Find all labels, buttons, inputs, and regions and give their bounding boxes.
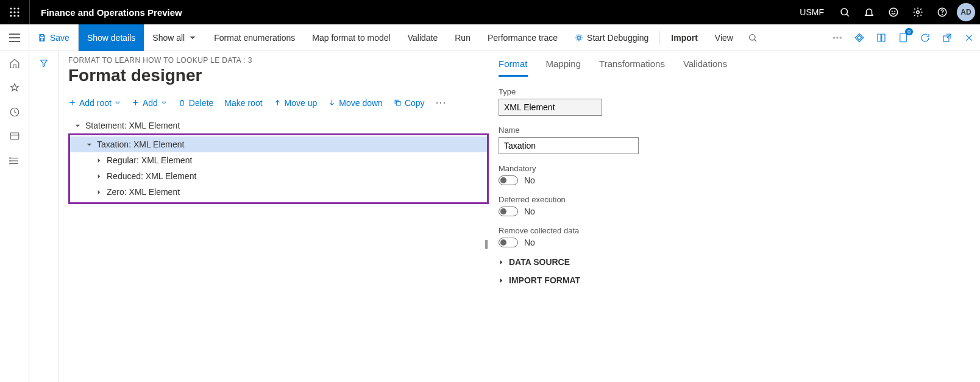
- chevron-down-icon[interactable]: [73, 123, 82, 129]
- more-icon[interactable]: [826, 24, 848, 51]
- recent-icon[interactable]: [0, 100, 29, 124]
- add-root-button[interactable]: Add root: [68, 98, 121, 108]
- format-tree: Statement: XML Element Taxation: XML Ele…: [68, 118, 489, 204]
- data-source-expander[interactable]: DATA SOURCE: [499, 257, 980, 267]
- tree-label: Taxation: XML Element: [97, 140, 184, 149]
- svg-line-10: [847, 14, 849, 16]
- svg-point-8: [17, 15, 19, 16]
- svg-point-3: [10, 11, 12, 13]
- svg-point-4: [13, 11, 15, 13]
- svg-point-26: [837, 37, 838, 38]
- hamburger-icon[interactable]: [0, 24, 29, 51]
- svg-point-0: [10, 7, 12, 9]
- book-icon[interactable]: [870, 24, 892, 51]
- format-enumerations-button[interactable]: Format enumerations: [205, 24, 304, 51]
- company-code[interactable]: USMF: [791, 7, 833, 17]
- validate-button[interactable]: Validate: [399, 24, 447, 51]
- chevron-down-icon[interactable]: [85, 142, 93, 147]
- svg-point-12: [892, 11, 892, 12]
- type-field[interactable]: [499, 99, 602, 116]
- remove-collected-value: No: [524, 238, 535, 247]
- svg-point-22: [578, 36, 581, 39]
- svg-rect-21: [41, 38, 44, 41]
- svg-point-14: [917, 11, 920, 14]
- move-up-button[interactable]: Move up: [274, 98, 318, 108]
- chevron-right-icon[interactable]: [94, 174, 103, 179]
- import-format-expander[interactable]: IMPORT FORMAT: [499, 275, 980, 285]
- gear-icon[interactable]: [906, 0, 930, 24]
- attachments-icon[interactable]: 0: [892, 24, 914, 51]
- save-label: Save: [50, 33, 69, 43]
- tree-row[interactable]: Regular: XML Element: [70, 152, 487, 168]
- svg-point-7: [13, 15, 15, 16]
- svg-rect-28: [900, 34, 907, 42]
- tree-row[interactable]: Zero: XML Element: [70, 184, 487, 200]
- help-icon[interactable]: [930, 0, 954, 24]
- performance-trace-button[interactable]: Performance trace: [479, 24, 566, 51]
- tree-row[interactable]: Statement: XML Element: [68, 118, 489, 133]
- diamond-icon[interactable]: [848, 24, 870, 51]
- filter-icon[interactable]: [29, 51, 59, 76]
- chevron-right-icon[interactable]: [94, 189, 103, 195]
- tree-label: Statement: XML Element: [85, 121, 180, 130]
- move-down-button[interactable]: Move down: [328, 98, 383, 108]
- svg-point-11: [889, 8, 898, 16]
- app-launcher-icon[interactable]: [0, 0, 29, 24]
- copy-button[interactable]: Copy: [394, 98, 425, 108]
- refresh-icon[interactable]: [914, 24, 936, 51]
- deferred-label: Deferred execution: [499, 195, 980, 204]
- start-debugging-button[interactable]: Start Debugging: [566, 24, 657, 51]
- tree-row[interactable]: Reduced: XML Element: [70, 168, 487, 184]
- delete-button[interactable]: Delete: [178, 98, 213, 108]
- view-button[interactable]: View: [706, 24, 742, 51]
- popout-icon[interactable]: [936, 24, 958, 51]
- app-title: Finance and Operations Preview: [30, 7, 193, 18]
- deferred-toggle[interactable]: [499, 207, 518, 216]
- detail-tabs: Format Mapping Transformations Validatio…: [499, 56, 980, 76]
- tab-mapping[interactable]: Mapping: [546, 56, 581, 76]
- modules-icon[interactable]: [0, 149, 29, 173]
- favorites-icon[interactable]: [0, 76, 29, 100]
- workspaces-icon[interactable]: [0, 124, 29, 149]
- svg-rect-20: [41, 34, 44, 36]
- tab-format[interactable]: Format: [499, 56, 528, 77]
- close-icon[interactable]: [958, 24, 980, 51]
- feedback-icon[interactable]: [881, 0, 906, 24]
- attachments-badge: 0: [905, 28, 913, 35]
- svg-point-23: [750, 34, 755, 40]
- home-icon[interactable]: [0, 51, 29, 76]
- svg-point-40: [10, 163, 11, 164]
- svg-point-6: [10, 15, 12, 16]
- svg-point-1: [13, 7, 15, 9]
- save-button[interactable]: Save: [29, 24, 79, 51]
- quick-search-icon[interactable]: [742, 24, 764, 51]
- search-icon[interactable]: [833, 0, 857, 24]
- show-details-button[interactable]: Show details: [79, 24, 144, 51]
- remove-collected-toggle[interactable]: [499, 238, 518, 247]
- notifications-icon[interactable]: [857, 0, 881, 24]
- make-root-button[interactable]: Make root: [224, 98, 262, 108]
- tab-validations[interactable]: Validations: [683, 56, 727, 76]
- tab-transformations[interactable]: Transformations: [599, 56, 665, 76]
- map-format-button[interactable]: Map format to model: [304, 24, 399, 51]
- deferred-value: No: [524, 207, 535, 216]
- more-actions-icon[interactable]: ···: [436, 96, 447, 109]
- svg-point-9: [841, 9, 848, 15]
- topbar: Finance and Operations Preview USMF AD: [0, 0, 980, 24]
- chevron-right-icon[interactable]: [94, 158, 103, 163]
- splitter-grip-icon[interactable]: ▌: [485, 240, 491, 249]
- run-button[interactable]: Run: [446, 24, 479, 51]
- mandatory-label: Mandatory: [499, 164, 980, 173]
- mandatory-value: No: [524, 175, 535, 185]
- tree-row-selected[interactable]: Taxation: XML Element: [70, 136, 487, 152]
- name-field[interactable]: [499, 137, 639, 154]
- add-button[interactable]: Add: [132, 98, 167, 108]
- mandatory-toggle[interactable]: [499, 175, 518, 185]
- avatar[interactable]: AD: [957, 3, 975, 21]
- svg-point-25: [834, 37, 835, 38]
- tree-toolbar: Add root Add Delete Make root Move up: [68, 96, 489, 109]
- show-all-button[interactable]: Show all: [144, 24, 205, 51]
- breadcrumb: FORMAT TO LEARN HOW TO LOOKUP LE DATA : …: [68, 56, 489, 65]
- import-button[interactable]: Import: [662, 24, 706, 51]
- svg-point-27: [840, 37, 841, 38]
